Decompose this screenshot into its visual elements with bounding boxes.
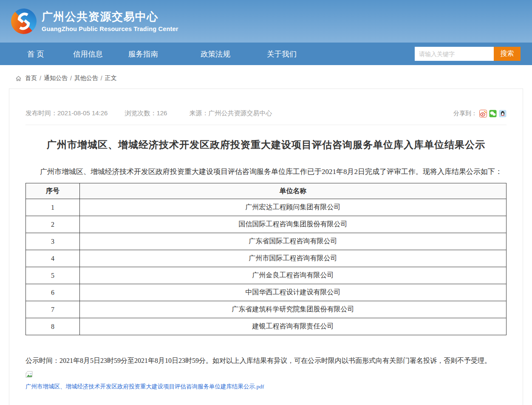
- view-count: 浏览次数：126: [125, 109, 167, 117]
- publish-time: 发布时间：2021-08-05 14:26: [25, 109, 108, 117]
- nav-bar: 首 页 信用信息 服务指南 政策法规 关于我们 搜索: [0, 43, 532, 65]
- company-name-cell: 广东省国际工程咨询有限公司: [80, 233, 507, 250]
- nav-item-about-us[interactable]: 关于我们: [267, 49, 297, 59]
- column-header-company-name: 单位名称: [80, 183, 507, 199]
- site-subtitle: GuangZhou Public Resources Trading Cente…: [42, 26, 178, 32]
- table-row: 7 广东省建筑科学研究院集团股份有限公司: [26, 301, 507, 318]
- table-row: 6 中国华西工程设计建设有限公司: [26, 284, 507, 301]
- site-header: 广州公共资源交易中心 GuangZhou Public Resources Tr…: [0, 0, 532, 43]
- home-icon: [15, 75, 22, 82]
- row-index-cell: 8: [26, 318, 80, 335]
- row-index-cell: 2: [26, 216, 80, 233]
- search-box: 搜索: [415, 47, 521, 61]
- table-header-row: 序号 单位名称: [26, 183, 507, 199]
- table-row: 5 广州金良工程咨询有限公司: [26, 267, 507, 284]
- article-meta: 发布时间：2021-08-05 14:26 浏览次数：126 来源：广州公共资源…: [25, 109, 507, 117]
- content-panel: 发布时间：2021-08-05 14:26 浏览次数：126 来源：广州公共资源…: [9, 88, 523, 405]
- site-title: 广州公共资源交易中心: [42, 10, 178, 23]
- company-name-cell: 广东省建筑科学研究院集团股份有限公司: [80, 301, 507, 318]
- row-index-cell: 3: [26, 233, 80, 250]
- company-name-cell: 建银工程咨询有限责任公司: [80, 318, 507, 335]
- breadcrumb-current: 正文: [105, 74, 117, 82]
- row-index-cell: 7: [26, 301, 80, 318]
- company-name-cell: 国信国际工程咨询集团股份有限公司: [80, 216, 507, 233]
- notice-paragraph: 公示时间：2021年8月5日23时59分至2021年8月10日23时59分。如对…: [25, 357, 507, 365]
- nav-item-service-guide[interactable]: 服务指南: [128, 49, 158, 59]
- breadcrumb-separator: /: [40, 75, 41, 82]
- row-index-cell: 1: [26, 199, 80, 216]
- article-title: 广州市增城区、增城经济技术开发区政府投资重大建设项目评估咨询服务单位库入库单位结…: [25, 138, 507, 151]
- row-index-cell: 6: [26, 284, 80, 301]
- broken-image-icon: [25, 371, 33, 378]
- attachment-link[interactable]: 广州市增城区、增城经济技术开发区政府投资重大建设项目评估咨询服务单位建库结果公示…: [25, 383, 264, 391]
- company-name-cell: 广州宏达工程顾问集团有限公司: [80, 199, 507, 216]
- breadcrumb-link-notices[interactable]: 通知公告: [44, 74, 68, 82]
- company-name-cell: 中国华西工程设计建设有限公司: [80, 284, 507, 301]
- article-source: 来源：广州公共资源交易中心: [189, 109, 272, 117]
- share-label: 分享到：: [453, 110, 477, 117]
- article-intro: 广州市增城区、增城经济技术开发区政府投资重大建设项目评估咨询服务单位库工作已于2…: [25, 168, 507, 176]
- table-row: 3 广东省国际工程咨询有限公司: [26, 233, 507, 250]
- table-row: 1 广州宏达工程顾问集团有限公司: [26, 199, 507, 216]
- page: 广州公共资源交易中心 GuangZhou Public Resources Tr…: [0, 0, 532, 405]
- breadcrumb-link-home[interactable]: 首页: [25, 74, 37, 82]
- nav-item-policies[interactable]: 政策法规: [201, 49, 230, 59]
- wechat-icon[interactable]: [489, 110, 497, 117]
- breadcrumb-separator: /: [101, 75, 102, 82]
- site-logo-icon[interactable]: [10, 8, 37, 35]
- company-name-cell: 广州市国际工程咨询有限公司: [80, 250, 507, 267]
- search-button[interactable]: 搜索: [494, 47, 521, 61]
- qq-icon[interactable]: [499, 110, 507, 117]
- search-input[interactable]: [415, 47, 494, 61]
- results-table: 序号 单位名称 1 广州宏达工程顾问集团有限公司 2 国信国际工程咨询集团股份有…: [25, 183, 507, 335]
- weibo-icon[interactable]: [479, 110, 487, 117]
- meta-divider: [25, 125, 507, 125]
- nav-item-credit-info[interactable]: 信用信息: [73, 49, 103, 59]
- breadcrumb-link-other-notices[interactable]: 其他公告: [74, 74, 98, 82]
- table-row: 8 建银工程咨询有限责任公司: [26, 318, 507, 335]
- row-index-cell: 5: [26, 267, 80, 284]
- table-row: 4 广州市国际工程咨询有限公司: [26, 250, 507, 267]
- nav-item-home[interactable]: 首 页: [27, 49, 44, 59]
- share-bar: 分享到：: [453, 110, 507, 117]
- table-row: 2 国信国际工程咨询集团股份有限公司: [26, 216, 507, 233]
- company-name-cell: 广州金良工程咨询有限公司: [80, 267, 507, 284]
- breadcrumb: 首页 / 通知公告 / 其他公告 / 正文: [0, 65, 532, 88]
- column-header-index: 序号: [26, 183, 80, 199]
- breadcrumb-separator: /: [70, 75, 72, 82]
- row-index-cell: 4: [26, 250, 80, 267]
